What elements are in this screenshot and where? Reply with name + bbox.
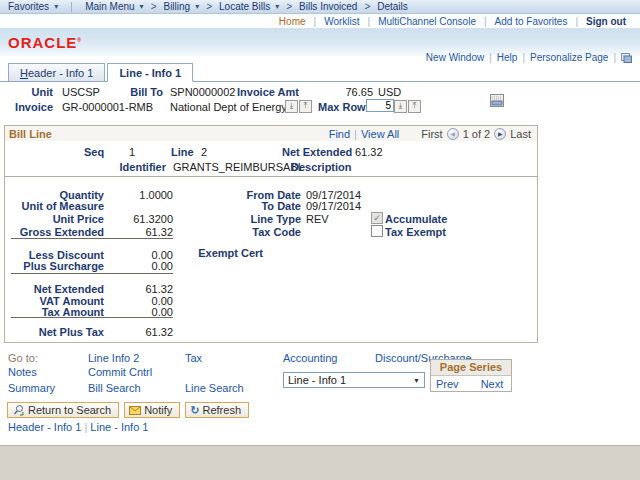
refresh-icon: ↻ bbox=[190, 405, 199, 416]
copy-url-icon[interactable] bbox=[621, 53, 632, 63]
tax-link[interactable]: Tax bbox=[185, 352, 202, 364]
dropdown-arrow-icon: ▾ bbox=[140, 2, 144, 11]
fetch-next-rows-button[interactable]: ⤓ bbox=[394, 100, 407, 113]
dropdown-arrow-icon: ▾ bbox=[195, 2, 199, 11]
exempt-cert-label: Exempt Cert bbox=[159, 247, 263, 259]
breadcrumb-details: Details bbox=[377, 1, 408, 12]
breadcrumb-separator: > bbox=[206, 1, 212, 12]
page-links-separator: | bbox=[522, 52, 525, 63]
unit-value: USCSP bbox=[62, 86, 100, 98]
next-row-icon[interactable]: ▶ bbox=[494, 128, 506, 140]
max-rows-label: Max Rows bbox=[318, 101, 362, 113]
page: Favorites ▾ Main Menu ▾ > Billing ▾ > Lo… bbox=[0, 0, 640, 480]
page-links-separator: | bbox=[489, 52, 492, 63]
personalize-page-link[interactable]: Personalize Page bbox=[530, 52, 608, 63]
breadcrumb-separator: > bbox=[286, 1, 292, 12]
footer-line-info-link[interactable]: Line - Info 1 bbox=[90, 421, 148, 433]
page-links-separator: | bbox=[613, 52, 616, 63]
accounting-link[interactable]: Accounting bbox=[283, 352, 337, 364]
new-window-link[interactable]: New Window bbox=[426, 52, 484, 63]
previous-row-icon[interactable]: ◀ bbox=[447, 128, 459, 140]
unit-of-measure-label: Unit of Measure bbox=[5, 200, 104, 212]
pager-first-label: First bbox=[421, 128, 442, 140]
line-value: 2 bbox=[201, 146, 207, 158]
dropdown-arrow-icon: ▾ bbox=[54, 2, 58, 11]
multichannel-console-link[interactable]: MultiChannel Console bbox=[378, 16, 476, 27]
groupbox-title: Bill Line bbox=[9, 128, 52, 140]
next-page-link[interactable]: Next bbox=[481, 378, 504, 390]
max-rows-input[interactable] bbox=[366, 99, 394, 112]
home-link[interactable]: Home bbox=[279, 16, 306, 27]
gross-extended-label: Gross Extended bbox=[5, 226, 104, 238]
seq-label: Seq bbox=[84, 146, 104, 158]
accumulate-checkbox[interactable]: ✓ bbox=[371, 212, 383, 224]
tax-exempt-label: Tax Exempt bbox=[385, 226, 446, 238]
worklist-link[interactable]: Worklist bbox=[324, 16, 359, 27]
line-info-2-link[interactable]: Line Info 2 bbox=[88, 352, 139, 364]
find-link[interactable]: Find bbox=[329, 128, 350, 140]
search-return-icon bbox=[12, 404, 25, 416]
tab-label: eader - Info 1 bbox=[28, 67, 93, 79]
fetch-all-rows-button[interactable]: ⤒ bbox=[408, 100, 421, 113]
identifier-label: Identifier bbox=[105, 161, 166, 173]
commit-cntrl-link[interactable]: Commit Cntrl bbox=[88, 366, 152, 378]
tax-code-label: Tax Code bbox=[159, 226, 301, 238]
window-background bbox=[0, 445, 640, 480]
page-links: New Window | Help | Personalize Page | bbox=[426, 52, 632, 63]
main-menu[interactable]: Main Menu bbox=[85, 1, 134, 12]
tab-access-key: H bbox=[20, 67, 28, 79]
accumulate-label: Accumulate bbox=[385, 213, 447, 225]
tab-line-info-1[interactable]: Line - Info 1 bbox=[107, 63, 193, 82]
bill-summary-icon[interactable] bbox=[489, 93, 505, 108]
net-extended2-value: 61.32 bbox=[105, 283, 173, 295]
line-type-value: REV bbox=[306, 213, 329, 225]
prev-page-link[interactable]: Prev bbox=[436, 378, 459, 390]
plus-surcharge-value: 0.00 bbox=[105, 260, 173, 272]
line-search-link[interactable]: Line Search bbox=[185, 382, 244, 394]
tab-label: Line - Info 1 bbox=[119, 67, 181, 79]
tab-header-info-1[interactable]: Header - Info 1 bbox=[8, 63, 105, 81]
seq-value: 1 bbox=[129, 146, 135, 158]
oracle-logo: ORACLE® bbox=[8, 34, 82, 51]
tax-exempt-checkbox[interactable]: ✓ bbox=[371, 225, 383, 237]
chevron-down-icon: ▼ bbox=[413, 377, 420, 384]
footer-header-info-link[interactable]: Header - Info 1 bbox=[8, 421, 81, 433]
amount-divider bbox=[11, 317, 173, 318]
amount-divider bbox=[11, 273, 173, 274]
head-separator: | bbox=[354, 128, 357, 140]
breadcrumb-locate-bills[interactable]: Locate Bills bbox=[219, 1, 270, 12]
breadcrumb-divider bbox=[71, 2, 72, 12]
help-link[interactable]: Help bbox=[497, 52, 518, 63]
button-label: Notify bbox=[144, 404, 172, 416]
notes-link[interactable]: Notes bbox=[8, 366, 37, 378]
breadcrumb-billing[interactable]: Billing bbox=[163, 1, 190, 12]
page-navigation-dropdown[interactable]: Line - Info 1 ▼ bbox=[283, 372, 425, 388]
favorites-menu[interactable]: Favorites bbox=[8, 1, 49, 12]
view-all-link[interactable]: View All bbox=[361, 128, 399, 140]
breadcrumb-bills-invoiced[interactable]: Bills Invoiced bbox=[299, 1, 357, 12]
utility-separator: | bbox=[314, 16, 317, 27]
add-to-favorites-link[interactable]: Add to Favorites bbox=[495, 16, 568, 27]
notify-button[interactable]: Notify bbox=[124, 402, 180, 418]
line-type-label: Line Type bbox=[159, 213, 301, 225]
bill-line-groupbox: Bill Line Find | View All First ◀ 1 of 2… bbox=[4, 125, 538, 343]
net-extended-value: 61.32 bbox=[355, 146, 383, 158]
bill-search-link[interactable]: Bill Search bbox=[88, 382, 141, 394]
button-label: Return to Search bbox=[28, 404, 111, 416]
pager-last-label[interactable]: Last bbox=[510, 128, 531, 140]
sign-out-link[interactable]: Sign out bbox=[586, 16, 626, 27]
summary-link[interactable]: Summary bbox=[8, 382, 55, 394]
go-to-label: Go to: bbox=[8, 352, 38, 364]
check-icon: ✓ bbox=[373, 213, 381, 223]
scroll-to-bottom-button[interactable]: ⤓ bbox=[285, 100, 298, 113]
utility-separator: | bbox=[575, 16, 578, 27]
section-divider bbox=[5, 176, 537, 177]
plus-surcharge-label: Plus Surcharge bbox=[5, 260, 104, 272]
net-plus-tax-label: Net Plus Tax bbox=[5, 326, 104, 338]
refresh-button[interactable]: ↻ Refresh bbox=[185, 402, 249, 418]
breadcrumb-separator: > bbox=[151, 1, 157, 12]
pager-position: 1 of 2 bbox=[463, 128, 491, 140]
scroll-to-top-button[interactable]: ⤒ bbox=[299, 100, 312, 113]
return-to-search-button[interactable]: Return to Search bbox=[7, 402, 119, 418]
identifier-value: GRANTS_REIMBURSABL bbox=[173, 161, 304, 173]
